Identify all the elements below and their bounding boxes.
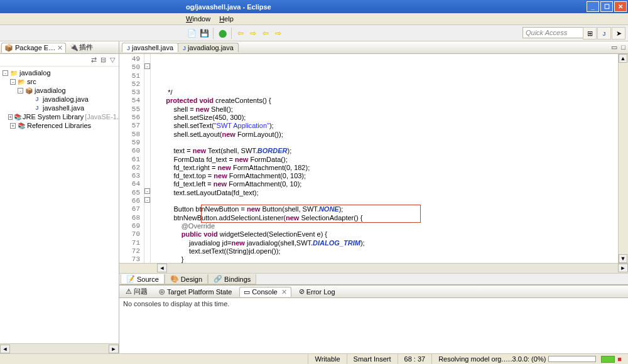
source-tab[interactable]: 📝Source — [121, 274, 165, 284]
console-pane: ⚠问题 ◎Target Platform State ▭Console✕ ⊘Er… — [119, 284, 628, 353]
library-icon: 📚 — [17, 122, 26, 129]
line-number-gutter: 4950515253545556575859606162636465666768… — [119, 54, 144, 263]
status-indicator-icon — [601, 356, 615, 363]
scroll-down-icon[interactable]: ▼ — [619, 254, 627, 263]
link-editor-icon[interactable]: ⊟ — [100, 56, 106, 64]
expand-toggle-icon[interactable]: - — [10, 79, 16, 85]
scroll-left-icon[interactable]: ◄ — [0, 345, 10, 353]
open-perspective-button[interactable]: ⊞ — [583, 27, 597, 40]
java-file-icon — [183, 44, 186, 51]
status-insert-mode: Smart Insert — [347, 354, 398, 364]
stop-job-icon[interactable]: ■ — [617, 355, 622, 363]
expand-toggle-icon[interactable]: - — [3, 70, 8, 76]
tree-package[interactable]: - 📦 javadialog — [0, 86, 119, 95]
bindings-tab[interactable]: 🔗Bindings — [208, 274, 256, 284]
package-explorer-tab[interactable]: 📦 Package E… ✕ — [1, 43, 66, 53]
tree-file-javashell[interactable]: javashell.java — [0, 104, 119, 112]
scroll-right-icon[interactable]: ► — [618, 264, 628, 272]
fold-toggle-icon[interactable]: - — [144, 197, 150, 203]
fold-toggle-icon[interactable]: - — [144, 188, 150, 194]
maximize-view-icon[interactable]: □ — [621, 43, 625, 51]
editor-tab-bar: javashell.java javadialog.java ▭ □ — [119, 41, 628, 54]
status-bar: Writable Smart Insert 68 : 37 Resolving … — [0, 353, 628, 364]
code-editor[interactable]: 4950515253545556575859606162636465666768… — [119, 54, 628, 263]
plugins-tab[interactable]: 插件 — [79, 43, 93, 52]
minimize-view-icon[interactable]: ▭ — [611, 43, 617, 51]
annotation-column — [151, 54, 157, 263]
collapse-all-icon[interactable]: ⇄ — [91, 56, 97, 64]
tree-src[interactable]: - 📂 src — [0, 77, 119, 86]
minimize-button[interactable]: _ — [587, 1, 599, 12]
status-cursor-pos: 68 : 37 — [398, 354, 432, 364]
menu-help[interactable]: Help — [219, 15, 234, 23]
tree-ref-libraries[interactable]: + 📚 Referenced Libraries — [0, 121, 119, 130]
maximize-button[interactable]: ☐ — [600, 1, 613, 12]
view-menu-icon[interactable]: ▽ — [110, 56, 115, 64]
package-explorer-pane: 📦 Package E… ✕ 🔌 插件 ⇄ ⊟ ▽ - 📁 javadialog… — [0, 41, 119, 353]
java-file-icon — [33, 96, 41, 102]
code-text[interactable]: */ protected void createContents() { she… — [157, 54, 618, 263]
title-bar: og/javashell.java - Eclipse _ ☐ ✕ — [0, 0, 628, 13]
fold-column[interactable]: - - - — [144, 54, 151, 263]
nav-next-icon[interactable]: ⇨ — [273, 28, 284, 39]
library-icon: 📚 — [14, 114, 21, 120]
java-file-icon — [127, 44, 130, 51]
tree-project[interactable]: - 📁 javadialog — [0, 68, 119, 77]
java-file-icon — [33, 105, 41, 111]
hscrollbar[interactable]: ◄ ► — [0, 343, 119, 353]
menu-bar: Window Help — [0, 13, 628, 24]
close-tab-icon[interactable]: ✕ — [57, 44, 63, 52]
package-icon: 📦 — [4, 44, 13, 52]
design-tab[interactable]: 🎨Design — [165, 274, 208, 284]
fold-toggle-icon[interactable]: - — [144, 63, 150, 69]
error-log-tab[interactable]: ⊘Error Log — [295, 287, 339, 296]
window-title: og/javashell.java - Eclipse — [186, 3, 271, 11]
nav-fwd-icon[interactable]: ⇨ — [247, 28, 259, 39]
console-output: No consoles to display at this time. — [119, 298, 628, 353]
editor-bottom-tabs: 📝Source 🎨Design 🔗Bindings — [119, 273, 628, 284]
project-icon: 📁 — [9, 70, 18, 77]
src-folder-icon: 📂 — [17, 78, 26, 85]
expand-toggle-icon[interactable]: + — [8, 114, 13, 120]
plugins-icon: 🔌 — [70, 43, 78, 51]
java-package-icon: 📦 — [24, 87, 33, 94]
console-tab-bar: ⚠问题 ◎Target Platform State ▭Console✕ ⊘Er… — [119, 286, 628, 298]
problems-tab[interactable]: ⚠问题 — [122, 286, 151, 297]
nav-back-icon[interactable]: ⇦ — [235, 28, 246, 39]
console-tab[interactable]: ▭Console✕ — [239, 287, 291, 297]
package-tree[interactable]: - 📁 javadialog - 📂 src - 📦 javadialog ja… — [0, 67, 119, 343]
menu-window[interactable]: Window — [186, 15, 210, 23]
debug-icon[interactable]: ⬤ — [217, 28, 228, 39]
scroll-right-icon[interactable]: ► — [109, 345, 119, 353]
save-icon[interactable]: 💾 — [198, 28, 210, 39]
status-writable: Writable — [308, 354, 346, 364]
scroll-left-icon[interactable]: ◄ — [157, 264, 167, 272]
plugin-perspective-button[interactable]: ➤ — [612, 27, 625, 40]
main-toolbar: 📄 💾 ⬤ ⇦ ⇨ ⇦ ⇨ Quick Access ⊞ ➤ — [0, 24, 628, 41]
editor-tab-javashell[interactable]: javashell.java — [122, 43, 178, 52]
expand-toggle-icon[interactable]: + — [10, 123, 16, 129]
editor-hscrollbar[interactable]: ◄ ► — [157, 264, 628, 273]
vscrollbar[interactable]: ▲ ▼ — [618, 54, 628, 263]
expand-toggle-icon[interactable]: - — [18, 88, 23, 94]
scroll-up-icon[interactable]: ▲ — [619, 54, 627, 63]
status-job: Resolving model org.….3.0.0: (0%) ■ — [431, 354, 628, 364]
close-tab-icon[interactable]: ✕ — [281, 288, 287, 296]
nav-last-icon[interactable]: ⇦ — [260, 28, 271, 39]
progress-bar — [548, 356, 596, 362]
package-explorer-title: Package E… — [15, 44, 55, 51]
java-perspective-button[interactable] — [597, 27, 611, 40]
package-explorer-toolbar: ⇄ ⊟ ▽ — [0, 54, 119, 67]
target-platform-tab[interactable]: ◎Target Platform State — [155, 287, 236, 296]
close-button[interactable]: ✕ — [614, 1, 627, 12]
editor-tab-javadialog[interactable]: javadialog.java — [178, 43, 239, 52]
tree-jre-library[interactable]: + 📚 JRE System Library [JavaSE-1. — [0, 112, 119, 121]
editor-pane: javashell.java javadialog.java ▭ □ 49505… — [119, 41, 628, 353]
tree-file-javadialog[interactable]: javadialog.java — [0, 95, 119, 104]
new-icon[interactable]: 📄 — [186, 28, 197, 39]
